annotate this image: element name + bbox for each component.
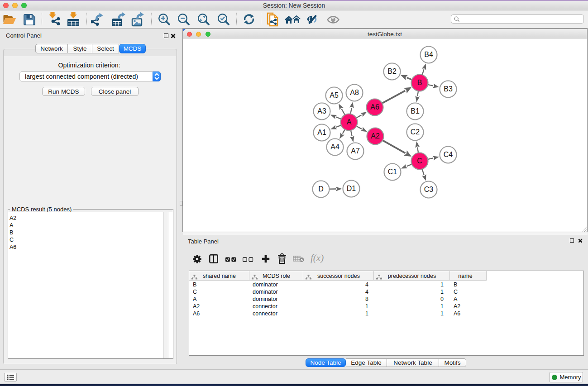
svg-text:A: A (347, 118, 352, 126)
svg-text:B4: B4 (424, 51, 433, 58)
svg-text:C1: C1 (388, 168, 397, 176)
svg-text:A4: A4 (330, 143, 339, 151)
svg-text:B3: B3 (444, 85, 453, 93)
svg-text:A6: A6 (370, 103, 379, 111)
svg-text:B1: B1 (411, 107, 420, 115)
svg-text:C3: C3 (424, 186, 434, 193)
svg-text:A3: A3 (317, 107, 326, 115)
svg-text:A2: A2 (371, 132, 380, 140)
svg-text:A7: A7 (351, 147, 360, 155)
svg-text:B: B (417, 79, 422, 86)
svg-text:C: C (417, 157, 422, 165)
svg-text:A1: A1 (317, 129, 326, 136)
svg-text:D1: D1 (347, 185, 356, 192)
svg-text:C2: C2 (411, 128, 420, 136)
svg-text:B2: B2 (387, 67, 397, 75)
svg-text:A5: A5 (330, 91, 339, 99)
svg-text:C4: C4 (444, 151, 453, 158)
svg-text:A8: A8 (350, 89, 359, 96)
svg-text:D: D (318, 185, 324, 193)
